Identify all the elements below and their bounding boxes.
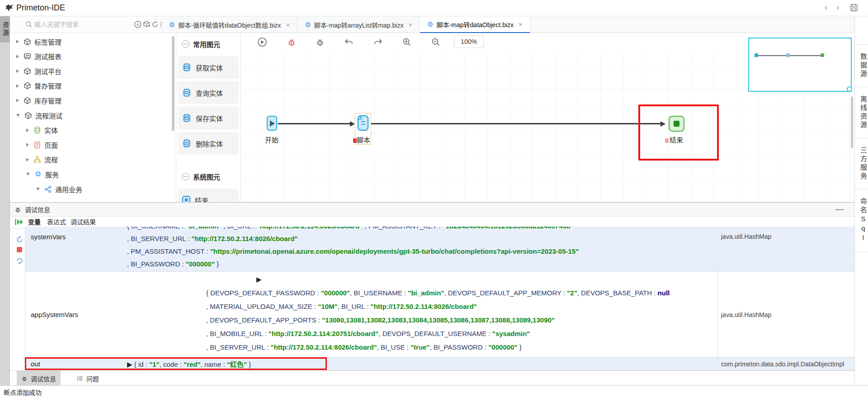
edge-script-to-end[interactable] (371, 123, 660, 124)
search-icon (25, 21, 33, 28)
tree-item-督办管理[interactable]: 督办管理 (10, 79, 176, 93)
stop-debug-icon[interactable] (15, 246, 24, 254)
undo-icon[interactable] (344, 37, 354, 47)
minimize-icon[interactable]: — (835, 204, 844, 214)
editor-tab-1[interactable]: ⚙脚本-循环赋值转dataObject数组.bizx× (162, 16, 297, 33)
script-node-label: 脚本 (357, 135, 370, 144)
tree-item-测试报表[interactable]: 测试报表 (10, 50, 176, 63)
chevron-down-icon[interactable] (36, 188, 40, 190)
variable-name: systemVars (31, 233, 66, 241)
canvas-scrollbar[interactable] (851, 96, 853, 148)
close-icon[interactable]: × (408, 21, 412, 28)
close-icon[interactable]: × (519, 20, 523, 28)
end-node[interactable] (669, 116, 684, 132)
chevron-down-icon[interactable] (26, 173, 30, 175)
end-breakpoint-marker[interactable] (665, 138, 669, 143)
add-breakpoint-bug-icon[interactable] (286, 37, 297, 47)
minimap-resize-handle[interactable] (847, 86, 852, 92)
palette-item-保存实体[interactable]: 保存实体 (178, 107, 239, 129)
redo-icon[interactable] (373, 37, 383, 47)
script-node[interactable] (356, 114, 370, 132)
new-resource-icon[interactable] (142, 20, 151, 28)
bottom-tab-问题[interactable]: 问题 (72, 371, 104, 386)
value-token: "true" (410, 343, 430, 351)
ai-assistant-icon[interactable]: AI (134, 20, 142, 28)
chevron-down-icon[interactable] (16, 114, 20, 117)
variable-value-line[interactable]: , PM_ASSISTANT_HOST : "https://primetona… (127, 247, 579, 255)
chevron-right-icon[interactable] (16, 84, 19, 88)
zoom-in-icon[interactable] (401, 37, 412, 47)
variable-row-appSystemVars[interactable]: appSystemVars▶{ DEVOPS_DEFAULT_PASSWORD … (25, 272, 854, 357)
minimap[interactable] (748, 38, 852, 92)
right-tab-命名Sql[interactable]: 命名Sql (855, 190, 868, 252)
edge-start-to-script[interactable] (278, 123, 352, 124)
editor-tab-3[interactable]: ⚙脚本-map转dataObject.bizx× (420, 16, 530, 33)
zoom-level[interactable]: 100% (454, 35, 484, 48)
refresh-icon[interactable] (151, 20, 159, 28)
chevron-right-icon[interactable] (26, 143, 29, 147)
variable-value-line[interactable]: , MATERIAL_UPLOAD_MAX_SIZE : "10M", BI_U… (206, 303, 477, 310)
key-token: , BI_SERVER_URL : (206, 343, 271, 351)
debug-play-icon[interactable] (257, 37, 268, 47)
zoom-out-icon[interactable] (430, 37, 441, 47)
value-token: "https://primetonai.openai.azure.com/ope… (210, 247, 579, 255)
variable-value-line[interactable]: , BI_PASSWORD : "000000" } (127, 260, 219, 268)
collapse-section-icon[interactable] (182, 173, 189, 180)
chevron-right-icon[interactable] (16, 69, 19, 73)
chevron-right-icon[interactable] (16, 40, 19, 43)
tree-item-实体[interactable]: 实体 (10, 123, 176, 137)
primeton-ide-window: Primeton-IDE ‹ › 资源 AI ⚙脚本-循环赋值转d (0, 0, 868, 398)
search-input[interactable] (34, 19, 107, 29)
tree-item-测试平台[interactable]: 测试平台 (10, 64, 176, 78)
explorer-scrollbar[interactable] (172, 36, 175, 131)
chevron-right-icon[interactable] (16, 99, 19, 102)
nav-back-icon[interactable]: ‹ (825, 3, 827, 12)
right-tab-数据源[interactable]: 数据源 (855, 44, 868, 87)
palette-item-查询实体[interactable]: 查询实体 (178, 81, 239, 104)
save-icon[interactable] (850, 4, 858, 12)
collapse-section-icon[interactable] (182, 40, 189, 48)
right-tab-三方服务[interactable]: 三方服务 (855, 138, 868, 190)
chevron-right-icon[interactable] (16, 55, 19, 58)
value-token: "10M" (318, 303, 337, 310)
palette-item-结束[interactable]: 结束 (178, 189, 239, 202)
bottom-tab-调试信息[interactable]: 调试信息 (17, 371, 61, 386)
palette-section-header[interactable]: 常用图元 (176, 33, 241, 53)
restart-icon[interactable] (15, 256, 24, 265)
variable-value-line[interactable]: , DEVOPS_DEFAULT_APP_PORTS : "13080,1308… (206, 316, 555, 324)
tree-item-标签管理[interactable]: 标签管理 (10, 35, 176, 48)
nav-forward-icon[interactable]: › (836, 3, 839, 12)
tree-item-流程测试[interactable]: 流程测试 (10, 109, 176, 122)
resume-icon[interactable] (15, 235, 24, 243)
chevron-right-icon[interactable] (26, 128, 29, 132)
minimap-start-node (755, 53, 758, 57)
editor-tab-2[interactable]: ⚙脚本-map转arrayList转map.bizx× (297, 16, 420, 33)
value-token: "http://172.50.2.114:20751/cboard" (269, 330, 379, 337)
tree-item-库存管理[interactable]: 库存管理 (10, 94, 176, 107)
cube-icon (23, 82, 32, 90)
variable-value-line[interactable]: { DEVOPS_DEFAULT_PASSWORD : "000000", BI… (206, 289, 670, 297)
variable-value-line[interactable]: , BI_SERVER_URL : "http://172.50.2.114:8… (127, 235, 298, 242)
key-token: , MATERIAL_UPLOAD_MAX_SIZE : (206, 303, 318, 310)
sidebar-tab-resources[interactable]: 资源 (0, 16, 10, 43)
service-icon (43, 185, 52, 193)
tree-item-页面[interactable]: 页面 (10, 138, 176, 152)
remove-breakpoint-bug-icon[interactable] (315, 37, 326, 47)
right-tab-离线资源[interactable]: 离线资源 (855, 87, 868, 138)
palette-item-获取实体[interactable]: 获取实体 (178, 56, 239, 79)
chevron-right-icon[interactable] (26, 158, 29, 161)
variable-value-line[interactable]: , BI_MOBILE_URL : "http://172.50.2.114:2… (206, 330, 530, 337)
palette-item-删除实体[interactable]: 删除实体 (178, 132, 239, 155)
close-icon[interactable]: × (286, 21, 290, 28)
variable-value-line[interactable]: , BI_SERVER_URL : "http://172.50.2.114:8… (206, 343, 522, 351)
variable-value-line[interactable]: ▶ (256, 275, 262, 284)
variable-value-line[interactable]: { BI_USERNAME : "bi_admin" , BI_URL : "h… (127, 227, 574, 230)
variable-row-systemVars[interactable]: systemVars{ BI_USERNAME : "bi_admin" , B… (25, 227, 854, 272)
tree-item-服务[interactable]: ⚙服务 (10, 167, 176, 181)
run-to-breakpoint-icon[interactable] (14, 218, 24, 226)
start-node[interactable] (267, 116, 277, 131)
script-breakpoint-marker[interactable] (353, 138, 357, 143)
tree-item-通用业务[interactable]: 通用业务 (10, 182, 176, 196)
palette-section-header[interactable]: 系统图元 (176, 166, 241, 186)
tree-item-流程[interactable]: 流程 (10, 153, 176, 166)
